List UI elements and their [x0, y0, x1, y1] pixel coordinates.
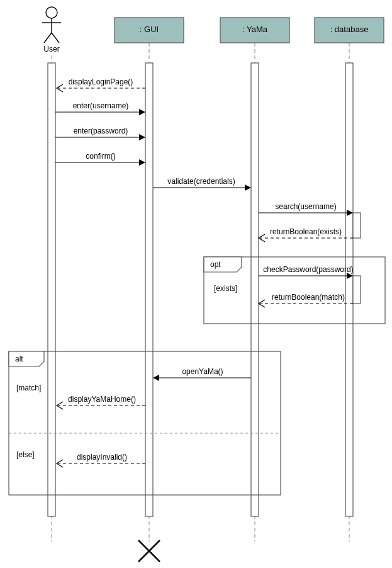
svg-text:displayYaMaHome(): displayYaMaHome(): [68, 395, 136, 404]
actor-user: User: [42, 7, 61, 54]
lifeline-yama: : YaMa: [220, 18, 289, 43]
svg-text:openYaMa(): openYaMa(): [182, 367, 223, 376]
svg-marker-38: [153, 375, 159, 381]
activation-db-check: [353, 276, 361, 304]
svg-text:enter(username): enter(username): [73, 101, 129, 110]
destroy-gui: [138, 540, 160, 562]
alt-guard-match: [match]: [16, 383, 41, 392]
svg-marker-17: [139, 159, 145, 166]
activation-db-search: [353, 213, 361, 238]
lifeline-db-label: : database: [330, 25, 369, 34]
msg-validate: validate(credentials): [153, 177, 251, 191]
svg-line-4: [52, 33, 59, 43]
msg-search: search(username): [259, 202, 353, 216]
msg-displayLoginPage: displayLoginPage(): [57, 77, 145, 92]
lifeline-yama-label: : YaMa: [242, 25, 268, 34]
activation-gui: [145, 63, 153, 516]
msg-enter-username: enter(username): [55, 101, 145, 115]
activation-user: [48, 63, 55, 516]
msg-return-exists: returnBoolean(exists): [259, 227, 353, 242]
svg-text:search(username): search(username): [275, 202, 336, 211]
svg-text:validate(credentials): validate(credentials): [167, 177, 235, 186]
svg-marker-20: [245, 185, 251, 191]
activation-yama: [251, 63, 259, 516]
svg-text:alt: alt: [15, 355, 23, 363]
lifeline-gui-label: : GUI: [140, 25, 159, 34]
opt-guard: [exists]: [214, 284, 237, 293]
actor-label: User: [43, 45, 59, 54]
msg-openYaMa: openYaMa(): [153, 367, 251, 381]
alt-guard-else: [else]: [16, 450, 35, 459]
svg-text:enter(password): enter(password): [74, 127, 128, 135]
activation-db: [345, 63, 353, 516]
msg-confirm: confirm(): [55, 152, 145, 166]
msg-enter-password: enter(password): [55, 127, 145, 140]
svg-text:returnBoolean(match): returnBoolean(match): [272, 293, 345, 302]
svg-text:returnBoolean(exists): returnBoolean(exists): [270, 227, 342, 236]
svg-marker-11: [139, 109, 145, 115]
msg-displayInvalid: displayInvalid(): [57, 453, 145, 467]
msg-checkPassword: checkPassword(password): [259, 265, 354, 279]
msg-return-match: returnBoolean(match): [259, 293, 353, 307]
svg-text:checkPassword(password): checkPassword(password): [263, 265, 353, 274]
sequence-diagram: User : GUI : YaMa : database displayLogi…: [0, 0, 392, 568]
svg-marker-14: [139, 134, 145, 140]
lifeline-gui: : GUI: [115, 18, 184, 43]
svg-text:displayInvalid(): displayInvalid(): [77, 453, 127, 462]
svg-text:displayLoginPage(): displayLoginPage(): [69, 77, 133, 86]
msg-displayYaMaHome: displayYaMaHome(): [57, 395, 145, 409]
svg-point-0: [46, 7, 57, 18]
svg-text:confirm(): confirm(): [86, 152, 115, 161]
lifeline-db: : database: [315, 18, 384, 43]
svg-text:opt: opt: [210, 260, 221, 269]
svg-line-3: [44, 33, 52, 43]
